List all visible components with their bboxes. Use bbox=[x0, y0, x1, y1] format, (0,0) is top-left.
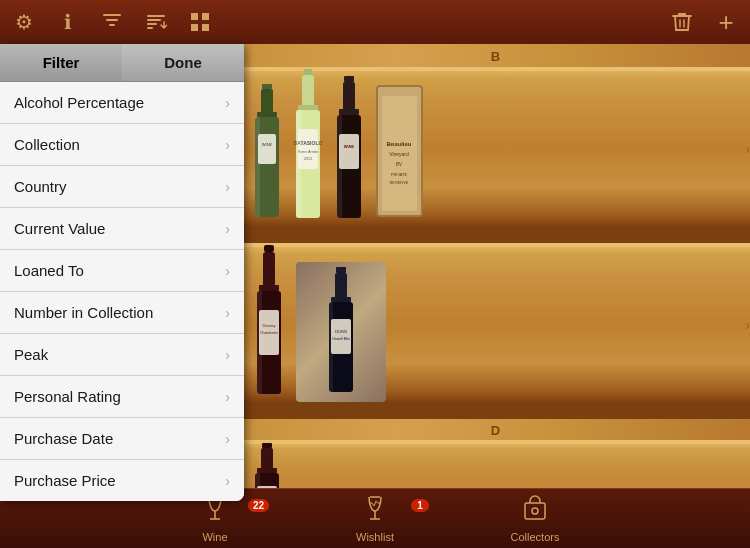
filter-item-current-value[interactable]: Current Value › bbox=[0, 208, 244, 250]
svg-rect-6 bbox=[257, 112, 277, 117]
filter-item-purchase-date[interactable]: Purchase Date › bbox=[0, 418, 244, 460]
chevron-icon-9: › bbox=[225, 473, 230, 489]
svg-text:Gevrey: Gevrey bbox=[263, 323, 276, 328]
svg-rect-26 bbox=[337, 115, 342, 218]
wine-tab-label: Wine bbox=[202, 531, 227, 543]
svg-rect-22 bbox=[339, 109, 359, 115]
svg-rect-42 bbox=[257, 291, 262, 394]
svg-rect-37 bbox=[259, 285, 279, 291]
wishlist-tab-label: Wishlist bbox=[356, 531, 394, 543]
svg-rect-8 bbox=[258, 134, 276, 164]
done-button[interactable]: Done bbox=[122, 44, 244, 81]
svg-text:Howell Mtn: Howell Mtn bbox=[332, 337, 349, 341]
svg-rect-1 bbox=[202, 13, 209, 20]
filter-item-personal-rating[interactable]: Personal Rating › bbox=[0, 376, 244, 418]
tab-wine[interactable]: 22 Wine bbox=[135, 495, 295, 543]
wine-badge: 22 bbox=[248, 499, 269, 512]
svg-rect-20 bbox=[344, 76, 354, 82]
svg-rect-53 bbox=[257, 468, 277, 473]
grid-icon[interactable] bbox=[186, 8, 214, 36]
wine-bottle-2[interactable]: BATASIOLO Roero Arneis 2013 bbox=[290, 69, 326, 226]
filter-icon[interactable] bbox=[98, 8, 126, 36]
shelf-row-b2: Gevrey Chambertin DUNN Howell Mtn bbox=[244, 243, 750, 411]
wine-bottle-6[interactable]: DUNN Howell Mtn bbox=[296, 262, 386, 402]
svg-rect-10 bbox=[255, 117, 260, 217]
shelf-row-d: Ornellaia Masseto bbox=[244, 440, 750, 488]
svg-text:2013: 2013 bbox=[304, 157, 312, 161]
filter-button[interactable]: Filter bbox=[0, 44, 122, 81]
svg-rect-3 bbox=[202, 24, 209, 31]
svg-text:Beaulieu: Beaulieu bbox=[386, 141, 411, 147]
svg-rect-58 bbox=[255, 473, 260, 488]
wine-bottle-3[interactable]: WINE bbox=[332, 76, 366, 226]
top-bar-right-icons: + bbox=[668, 8, 740, 36]
trash-icon[interactable] bbox=[668, 8, 696, 36]
sort-icon[interactable] bbox=[142, 8, 170, 36]
wine-bottle-7[interactable]: Ornellaia Masseto bbox=[250, 443, 284, 488]
svg-text:WINE: WINE bbox=[344, 144, 355, 149]
svg-rect-12 bbox=[302, 75, 314, 110]
svg-rect-36 bbox=[263, 252, 275, 290]
settings-icon[interactable]: ⚙ bbox=[10, 8, 38, 36]
svg-rect-35 bbox=[264, 245, 274, 252]
chevron-icon-6: › bbox=[225, 347, 230, 363]
chevron-icon-5: › bbox=[225, 305, 230, 321]
svg-text:PRIVATE: PRIVATE bbox=[391, 172, 408, 177]
chevron-icon-0: › bbox=[225, 95, 230, 111]
filter-item-purchase-price[interactable]: Purchase Price › bbox=[0, 460, 244, 501]
filter-item-loaned-to[interactable]: Loaned To › bbox=[0, 250, 244, 292]
svg-rect-51 bbox=[262, 443, 272, 448]
svg-rect-45 bbox=[331, 297, 351, 302]
svg-rect-2 bbox=[191, 24, 198, 31]
filter-dropdown: Filter Done Alcohol Percentage › Collect… bbox=[0, 44, 244, 501]
top-bar-left-icons: ⚙ ℹ bbox=[10, 8, 214, 36]
svg-rect-0 bbox=[191, 13, 198, 20]
filter-item-peak[interactable]: Peak › bbox=[0, 334, 244, 376]
filter-item-collection[interactable]: Collection › bbox=[0, 124, 244, 166]
svg-text:Chambertin: Chambertin bbox=[260, 331, 278, 335]
svg-rect-4 bbox=[262, 84, 272, 89]
filter-item-country[interactable]: Country › bbox=[0, 166, 244, 208]
filter-header: Filter Done bbox=[0, 44, 244, 82]
filter-item-number-in-collection[interactable]: Number in Collection › bbox=[0, 292, 244, 334]
wine-bottle-4[interactable]: Beaulieu Vineyard BV PRIVATE RESERVE bbox=[372, 76, 427, 226]
chevron-icon-1: › bbox=[225, 137, 230, 153]
filter-item-alcohol[interactable]: Alcohol Percentage › bbox=[0, 82, 244, 124]
top-bar: ⚙ ℹ + bbox=[0, 0, 750, 44]
chevron-icon-3: › bbox=[225, 221, 230, 237]
svg-rect-13 bbox=[298, 105, 318, 110]
wine-bottle-1[interactable]: WINE bbox=[250, 84, 284, 226]
info-icon[interactable]: ℹ bbox=[54, 8, 82, 36]
svg-text:RESERVE: RESERVE bbox=[389, 180, 408, 185]
svg-rect-19 bbox=[296, 110, 301, 218]
svg-rect-85 bbox=[525, 503, 545, 519]
tab-wishlist[interactable]: 1 Wishlist bbox=[295, 495, 455, 543]
svg-text:DUNN: DUNN bbox=[335, 329, 347, 334]
svg-text:BV: BV bbox=[396, 162, 402, 167]
wishlist-badge: 1 bbox=[411, 499, 429, 512]
add-icon[interactable]: + bbox=[712, 8, 740, 36]
chevron-icon-2: › bbox=[225, 179, 230, 195]
svg-point-86 bbox=[532, 508, 538, 514]
svg-rect-11 bbox=[304, 69, 312, 75]
wine-bottle-5[interactable]: Gevrey Chambertin bbox=[250, 245, 288, 402]
svg-text:WINE: WINE bbox=[262, 142, 273, 147]
chevron-icon-7: › bbox=[225, 389, 230, 405]
chevron-icon-8: › bbox=[225, 431, 230, 447]
shelf-area: B WINE bbox=[244, 44, 750, 488]
chevron-icon-4: › bbox=[225, 263, 230, 279]
shelf-row-b: WINE BATASIOLO Roero Arneis 2013 bbox=[244, 67, 750, 235]
svg-rect-50 bbox=[329, 302, 333, 392]
collectors-icon bbox=[522, 495, 548, 529]
tab-collectors[interactable]: Collectors bbox=[455, 495, 615, 543]
svg-rect-43 bbox=[336, 267, 346, 273]
collectors-tab-label: Collectors bbox=[511, 531, 560, 543]
wishlist-icon bbox=[362, 495, 388, 529]
svg-text:Vineyard: Vineyard bbox=[389, 151, 409, 157]
